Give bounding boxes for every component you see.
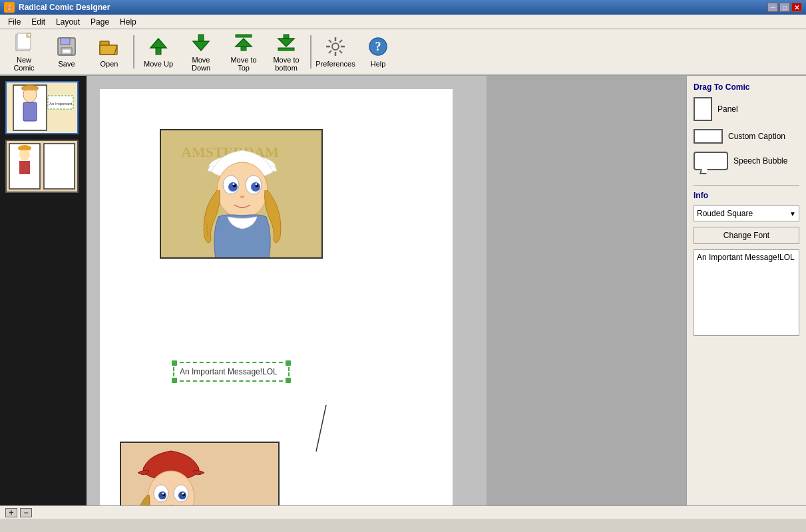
help-label: Help [371,60,386,68]
open-button[interactable]: Open [89,32,129,72]
svg-rect-35 [23,102,37,121]
drag-section-title: Drag To Comic [694,82,799,92]
bottom-panel[interactable] [120,442,280,505]
new-comic-label: New Comic [7,56,41,72]
svg-rect-12 [156,48,161,55]
move-up-icon [148,36,169,57]
svg-rect-13 [198,35,204,41]
bottom-panel-inner [121,443,278,505]
panel-2-artwork [121,443,278,505]
drag-panel-icon [694,97,712,121]
svg-marker-14 [193,41,209,51]
svg-rect-5 [61,38,70,45]
drag-caption-item[interactable]: Custom Caption [694,129,799,144]
drag-section: Drag To Comic Panel Custom Caption Speec… [694,82,799,178]
dropdown-value: Rouded Square [697,209,753,218]
thumbnail-2-image [7,141,77,192]
change-font-label: Change Font [723,231,769,240]
move-down-icon [190,32,212,53]
help-icon: ? [367,36,389,57]
corner-dot-tl [172,360,177,366]
menu-file[interactable]: File [3,16,26,28]
move-to-bottom-icon [276,32,297,53]
new-comic-icon [13,32,35,53]
app-title: Radical Comic Designer [19,3,767,12]
save-button[interactable]: Save [47,32,87,72]
move-down-button[interactable]: Move Down [181,32,221,72]
move-to-top-label: Move to Top [227,56,260,72]
preferences-label: Preferences [315,60,355,68]
move-to-bottom-label: Move to bottom [270,56,303,72]
top-panel-inner: AMSTERDAM [161,130,321,257]
caption-bubble[interactable]: An Important Message!LOL [173,362,290,382]
open-icon [99,36,120,57]
remove-page-button[interactable]: − [20,508,32,517]
corner-dot-br [286,378,291,383]
app-icon: 🎨 [4,2,15,13]
gray-area [487,76,686,505]
svg-marker-11 [150,39,166,48]
svg-point-54 [233,184,235,186]
restore-button[interactable]: □ [779,3,790,12]
shape-dropdown[interactable]: Rouded Square ▼ [694,205,799,221]
thumbnail-1-image: An Important [7,82,77,133]
svg-rect-7 [63,49,71,53]
svg-point-66 [162,493,164,495]
main-area: An Important [0,76,806,505]
menu-edit[interactable]: Edit [26,16,51,28]
svg-marker-16 [236,39,252,47]
new-comic-button[interactable]: New Comic [4,32,44,72]
add-page-button[interactable]: + [5,508,17,517]
window-controls: ─ □ ✕ [767,3,802,12]
svg-rect-17 [241,47,246,51]
menubar: File Edit Layout Page Help [0,15,806,29]
save-icon [56,36,77,57]
drag-panel-label: Panel [717,104,738,114]
corner-dot-bl [172,378,177,383]
svg-point-67 [182,493,184,495]
svg-point-63 [178,491,186,499]
move-to-top-icon [233,32,254,53]
open-label: Open [101,60,118,68]
svg-point-56 [240,196,244,198]
drag-bubble-label: Speech Bubble [733,156,787,166]
svg-rect-20 [278,48,294,51]
drag-caption-label: Custom Caption [728,132,785,141]
drag-caption-icon [694,129,723,144]
titlebar: 🎨 Radical Comic Designer ─ □ ✕ [0,0,806,15]
drag-bubble-item[interactable]: Speech Bubble [694,152,799,170]
move-to-bottom-button[interactable]: Move to bottom [266,32,306,72]
change-font-button[interactable]: Change Font [694,227,799,244]
thumbnail-2[interactable] [5,140,79,193]
info-section: Info Rouded Square ▼ Change Font An Impo… [694,185,799,336]
top-panel[interactable]: AMSTERDAM [160,129,323,259]
corner-dot-tr [286,360,291,366]
thumbnail-panel: An Important [0,76,87,505]
caption-text-area[interactable]: An Important Message!LOL [694,249,799,336]
drag-panel-item[interactable]: Panel [694,97,799,121]
move-up-label: Move Up [144,60,173,68]
move-to-top-button[interactable]: Move to Top [224,32,264,72]
info-section-title: Info [694,191,799,200]
move-up-button[interactable]: Move Up [138,32,178,72]
canvas-area[interactable]: AMSTERDAM [87,76,686,505]
svg-text:An Important: An Important [49,102,73,106]
svg-line-26 [329,40,331,43]
preferences-button[interactable]: Preferences [315,32,355,72]
svg-line-29 [329,51,331,53]
panel-1-artwork: AMSTERDAM [161,130,321,257]
menu-help[interactable]: Help [114,16,142,28]
minimize-button[interactable]: ─ [767,3,778,12]
close-button[interactable]: ✕ [791,3,802,12]
menu-layout[interactable]: Layout [51,16,85,28]
thumbnail-1[interactable]: An Important [5,81,79,134]
save-label: Save [58,60,75,68]
help-button[interactable]: ? Help [358,32,398,72]
right-panel: Drag To Comic Panel Custom Caption Speec… [686,76,806,505]
svg-rect-15 [236,35,252,37]
svg-rect-18 [284,35,289,39]
bottom-bar: + − [0,505,806,519]
svg-point-62 [158,491,166,499]
dropdown-arrow-icon: ▼ [789,210,796,217]
menu-page[interactable]: Page [85,16,114,28]
